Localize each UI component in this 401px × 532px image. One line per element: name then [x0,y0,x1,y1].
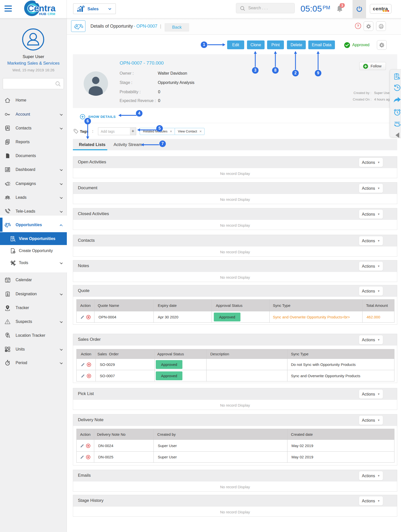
svg-text:31: 31 [6,280,9,282]
svg-text:?: ? [357,24,359,28]
svg-text:Centra: Centra [28,3,56,13]
svg-text:6: 6 [87,119,89,123]
svg-text:1: 1 [203,42,205,47]
svg-text:3: 3 [341,4,343,7]
svg-text:CRM: CRM [47,12,55,16]
svg-text:$: $ [83,6,84,8]
svg-text:HUB: HUB [39,12,46,16]
svg-text:4: 4 [138,111,140,115]
